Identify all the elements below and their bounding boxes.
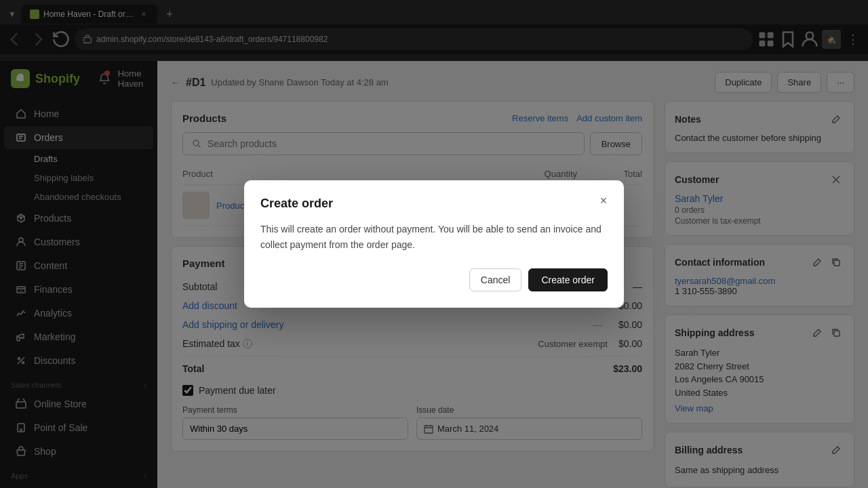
modal-close-button[interactable]: × bbox=[594, 191, 613, 210]
modal-overlay[interactable]: Create order × This will create an order… bbox=[0, 0, 868, 488]
cancel-button[interactable]: Cancel bbox=[469, 268, 522, 291]
modal-footer: Cancel Create order bbox=[260, 268, 608, 291]
create-order-button[interactable]: Create order bbox=[528, 268, 608, 291]
create-order-modal: Create order × This will create an order… bbox=[244, 180, 624, 308]
modal-body: This will create an order without paymen… bbox=[260, 222, 608, 252]
modal-title: Create order bbox=[260, 197, 608, 211]
